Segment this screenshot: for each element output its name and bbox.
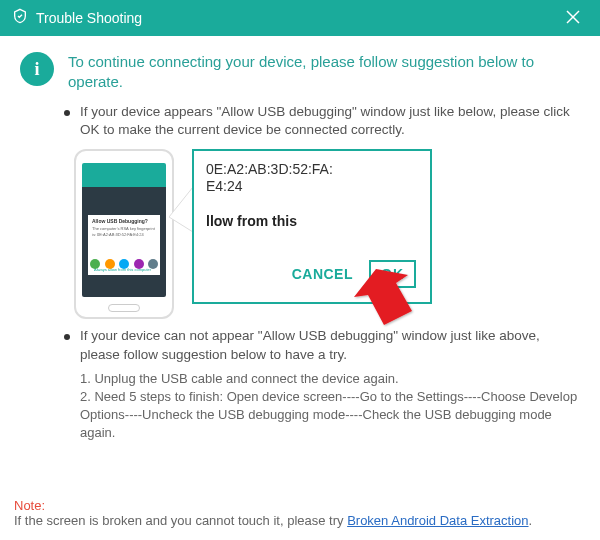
- app-icon: [148, 259, 158, 269]
- bullet-2: If your device can not appear "Allow USB…: [64, 327, 580, 363]
- step-1: 1. Unplug the USB cable and connect the …: [80, 370, 580, 388]
- cancel-button[interactable]: CANCEL: [292, 266, 353, 282]
- usb-dialog: 0E:A2:AB:3D:52:FA: E4:24 llow from this …: [192, 149, 432, 304]
- bullet-2-text: If your device can not appear "Allow USB…: [80, 327, 580, 363]
- titlebar: Trouble Shooting: [0, 0, 600, 36]
- note-period: .: [529, 513, 533, 528]
- title-left: Trouble Shooting: [12, 8, 142, 28]
- allow-text: llow from this: [206, 213, 418, 229]
- phone-home-button: [108, 304, 140, 312]
- note-section: Note: If the screen is broken and you ca…: [14, 498, 586, 528]
- mac-line-2: E4:24: [206, 178, 418, 195]
- content-area: i To continue connecting your device, pl…: [0, 36, 600, 451]
- info-icon: i: [20, 52, 54, 86]
- phone-popup-title: Allow USB Debugging?: [92, 218, 156, 224]
- app-icon: [119, 259, 129, 269]
- phone-popup-body: The computer's RSA key fingerprint is: 0…: [92, 226, 156, 236]
- step-2: 2. Need 5 steps to finish: Open device s…: [80, 388, 580, 443]
- bullet-1: If your device appears "Allow USB debugg…: [64, 103, 580, 139]
- phone-screen: Allow USB Debugging? The computer's RSA …: [82, 163, 166, 297]
- bullet-dot-icon: [64, 110, 70, 116]
- intro-text: To continue connecting your device, plea…: [68, 52, 580, 91]
- note-text: If the screen is broken and you cannot t…: [14, 513, 347, 528]
- app-icon: [90, 259, 100, 269]
- illustration: Allow USB Debugging? The computer's RSA …: [74, 149, 454, 319]
- window-title: Trouble Shooting: [36, 10, 142, 26]
- mac-line-1: 0E:A2:AB:3D:52:FA:: [206, 161, 418, 178]
- app-icon: [134, 259, 144, 269]
- shield-icon: [12, 8, 28, 28]
- broken-android-link[interactable]: Broken Android Data Extraction: [347, 513, 528, 528]
- note-label: Note:: [14, 498, 586, 513]
- bullet-dot-icon: [64, 334, 70, 340]
- phone-mockup: Allow USB Debugging? The computer's RSA …: [74, 149, 174, 319]
- phone-dock-icons: [90, 259, 158, 269]
- bullet-1-text: If your device appears "Allow USB debugg…: [80, 103, 580, 139]
- intro-row: i To continue connecting your device, pl…: [20, 52, 580, 91]
- app-icon: [105, 259, 115, 269]
- dialog-buttons: CANCEL OK: [292, 260, 416, 288]
- close-button[interactable]: [558, 4, 588, 33]
- ok-button[interactable]: OK: [369, 260, 416, 288]
